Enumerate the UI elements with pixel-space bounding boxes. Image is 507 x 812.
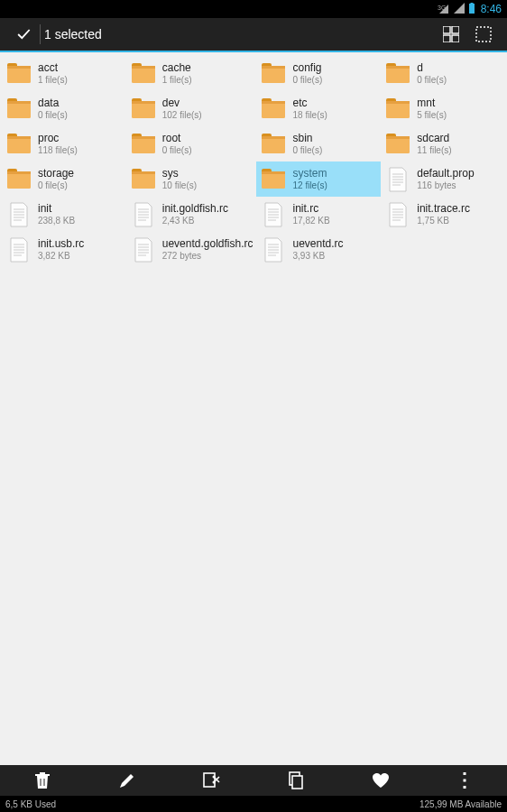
selection-header: 1 selected [0,18,507,52]
file-item-init-rc[interactable]: init.rc17,82 KB [256,197,381,232]
folder-icon [260,60,287,88]
delete-button[interactable] [0,765,85,796]
svg-rect-3 [443,26,450,33]
folder-item-sdcard[interactable]: sdcard11 file(s) [381,126,505,161]
item-sub: 17,82 KB [292,216,329,226]
svg-rect-13 [262,66,285,69]
folder-item-cache[interactable]: cache1 file(s) [126,56,257,91]
folder-icon [5,60,32,88]
svg-rect-80 [204,773,215,787]
svg-rect-86 [464,780,466,782]
folder-item-sbin[interactable]: sbin0 file(s) [256,126,381,161]
item-sub: 5 file(s) [417,110,447,121]
edit-button[interactable] [85,765,170,796]
file-item-ueventd-goldfish-rc[interactable]: ueventd.goldfish.rc272 bytes [126,232,257,267]
view-grid-icon[interactable] [435,18,467,51]
folder-item-storage[interactable]: storage0 file(s) [2,161,126,197]
item-sub: 1 file(s) [162,75,192,86]
svg-rect-1 [469,4,475,14]
folder-item-d[interactable]: d0 file(s) [381,56,505,91]
folder-item-acct[interactable]: acct1 file(s) [2,56,126,91]
svg-rect-11 [132,66,155,69]
svg-rect-29 [262,136,285,139]
file-item-init-trace-rc[interactable]: init.trace.rc1,75 KB [381,197,505,232]
svg-rect-6 [452,35,459,42]
item-sub: 238,8 KB [38,216,75,226]
folder-icon [384,96,411,123]
item-name: mnt [417,97,447,109]
item-sub: 0 file(s) [162,145,192,156]
svg-rect-37 [262,171,285,174]
item-name: init.goldfish.rc [162,202,228,215]
item-name: ueventd.goldfish.rc [162,237,254,250]
file-grid-container: acct1 file(s)cache1 file(s)config0 file(… [0,52,507,765]
item-name: root [162,132,192,144]
item-name: d [417,61,447,74]
item-sub: 118 file(s) [38,145,78,156]
item-sub: 0 file(s) [38,180,74,191]
folder-item-system[interactable]: system12 file(s) [256,161,381,197]
folder-icon [260,166,287,193]
folder-item-root[interactable]: root0 file(s) [126,126,257,161]
item-sub: 1,75 KB [417,216,470,226]
svg-point-81 [213,776,216,779]
item-sub: 0 file(s) [38,110,68,121]
file-icon [130,236,157,263]
svg-rect-84 [292,776,302,789]
android-status-bar: 3G 8:46 [0,0,507,18]
file-icon [5,201,32,228]
item-sub: 12 file(s) [292,180,327,191]
folder-item-data[interactable]: data0 file(s) [2,91,126,126]
folder-icon [130,60,157,88]
file-item-default-prop[interactable]: default.prop116 bytes [381,161,505,197]
svg-rect-19 [132,101,155,104]
item-sub: 1 file(s) [38,75,68,86]
item-sub: 0 file(s) [417,75,447,86]
file-icon [384,166,411,193]
folder-item-proc[interactable]: proc118 file(s) [2,126,126,161]
svg-rect-85 [464,772,466,775]
svg-rect-2 [470,3,473,5]
item-name: cache [162,61,192,74]
svg-rect-33 [7,171,31,174]
svg-rect-4 [452,26,459,33]
item-sub: 0 file(s) [292,75,322,86]
item-name: init.usb.rc [38,237,84,250]
file-icon [384,201,411,228]
file-icon [5,236,32,263]
avail-label: 125,99 MB Available [419,799,502,809]
folder-icon [260,96,287,123]
cut-button[interactable] [169,765,254,796]
copy-button[interactable] [254,765,338,796]
file-item-init-usb-rc[interactable]: init.usb.rc3,82 KB [2,232,126,267]
folder-item-mnt[interactable]: mnt5 file(s) [381,91,505,126]
item-name: data [38,97,68,109]
signal-icon [454,3,465,16]
item-sub: 116 bytes [417,180,474,191]
file-item-ueventd-rc[interactable]: ueventd.rc3,93 KB [256,232,381,267]
select-all-icon[interactable] [467,18,500,51]
folder-item-dev[interactable]: dev102 file(s) [126,91,257,126]
header-separator [40,24,41,44]
item-sub: 2,43 KB [162,216,228,226]
svg-rect-9 [7,66,31,69]
svg-rect-17 [7,101,31,104]
done-button[interactable] [7,18,40,51]
overflow-button[interactable] [422,765,507,796]
svg-rect-31 [386,136,410,139]
favorite-button[interactable] [338,765,423,796]
folder-icon [5,131,32,158]
battery-icon [468,3,475,16]
folder-icon [384,60,411,88]
item-sub: 10 file(s) [162,180,197,191]
folder-item-config[interactable]: config0 file(s) [256,56,381,91]
network-3g-icon: 3G [438,3,450,16]
file-grid: acct1 file(s)cache1 file(s)config0 file(… [0,52,507,271]
folder-item-sys[interactable]: sys10 file(s) [126,161,257,197]
file-item-init[interactable]: init238,8 KB [2,197,126,232]
selection-count: 1 selected [44,27,102,42]
folder-icon [384,131,411,158]
folder-item-etc[interactable]: etc18 file(s) [256,91,381,126]
file-item-init-goldfish-rc[interactable]: init.goldfish.rc2,43 KB [126,197,257,232]
file-icon [260,201,287,228]
